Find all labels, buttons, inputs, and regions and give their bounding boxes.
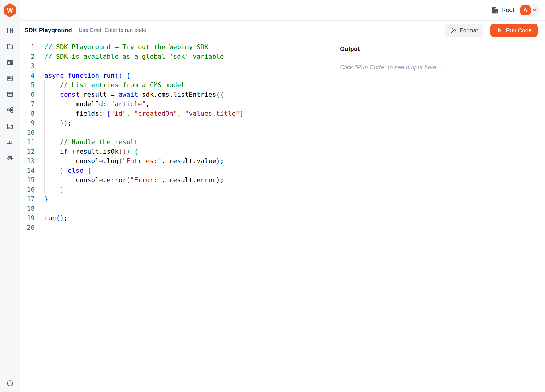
- code-line-content: // SDK is available as a global 'sdk' va…: [44, 52, 224, 62]
- code-line-content: // List entries from a CMS model: [44, 80, 185, 90]
- code-line-content: modelId: "article",: [44, 99, 150, 109]
- building-icon: [6, 123, 14, 130]
- indent-guide: [44, 109, 45, 119]
- line-number: 4: [20, 71, 35, 81]
- tenant-switcher[interactable]: Root: [491, 6, 514, 14]
- sidebar-item-page-builder[interactable]: [6, 59, 14, 66]
- code-line[interactable]: 8 fields: ["id", "createdOn", "values.ti…: [20, 109, 334, 119]
- output-placeholder: Click "Run Code" to see output here...: [334, 58, 545, 77]
- indent-guide: [60, 175, 60, 185]
- code-line-content: // Handle the result: [44, 137, 138, 147]
- tenant-label: Root: [502, 7, 514, 14]
- browser-panel-icon: [6, 59, 14, 66]
- code-line-content: if (result.isOk()) {: [44, 147, 138, 156]
- folder-icon: [6, 43, 14, 50]
- indent-guide: [44, 137, 45, 147]
- code-line-content: }: [44, 194, 48, 204]
- play-icon: [496, 27, 503, 33]
- indent-guide: [60, 99, 60, 109]
- code-line[interactable]: 16 }: [20, 185, 334, 194]
- code-line[interactable]: 15 console.error("Error:", result.error)…: [20, 175, 334, 185]
- code-line[interactable]: 18: [20, 204, 334, 213]
- code-line[interactable]: 4async function run() {: [20, 71, 334, 81]
- avatar-initial: A: [523, 7, 528, 14]
- line-number: 13: [20, 156, 35, 166]
- line-number: 6: [20, 90, 35, 100]
- page-header: SDK Playground Use Cmd+Enter to run code…: [20, 21, 545, 40]
- indent-guide: [44, 166, 45, 175]
- line-number: 12: [20, 147, 35, 156]
- sidebar: W: [0, 0, 20, 392]
- indent-guide: [44, 118, 45, 128]
- sidebar-footer-divider: [2, 375, 17, 375]
- code-line-content: fields: ["id", "createdOn", "values.titl…: [44, 109, 243, 119]
- layout-panels-icon: [6, 27, 14, 34]
- sidebar-item-settings[interactable]: [6, 155, 14, 162]
- chevron-down-icon: [533, 9, 537, 11]
- form-icon: [6, 75, 14, 82]
- code-line[interactable]: 17}: [20, 194, 334, 204]
- sidebar-footer: [0, 375, 20, 392]
- sidebar-item-form-builder[interactable]: [6, 75, 14, 82]
- line-number: 8: [20, 109, 35, 119]
- code-line-content: async function run() {: [44, 71, 130, 81]
- avatar: A: [520, 5, 531, 15]
- line-number: 1: [20, 42, 35, 52]
- code-line[interactable]: 7 modelId: "article",: [20, 99, 334, 109]
- code-line[interactable]: 13 console.log("Entries:", result.value)…: [20, 156, 334, 166]
- code-line[interactable]: 10: [20, 128, 334, 138]
- output-title: Output: [340, 46, 360, 52]
- indent-guide: [44, 99, 45, 109]
- indent-guide: [44, 90, 45, 100]
- code-line[interactable]: 19run();: [20, 213, 334, 223]
- code-line[interactable]: 5 // List entries from a CMS model: [20, 80, 334, 90]
- line-number: 9: [20, 118, 35, 128]
- line-number: 16: [20, 185, 35, 194]
- code-line-content: const result = await sdk.cms.listEntries…: [44, 90, 224, 100]
- indent-guide: [44, 185, 45, 194]
- code-line-content: });: [44, 118, 72, 128]
- line-number: 17: [20, 194, 35, 204]
- sidebar-item-info[interactable]: [6, 380, 14, 387]
- line-number: 15: [20, 175, 35, 185]
- code-line[interactable]: 11 // Handle the result: [20, 137, 334, 147]
- sidebar-item-file-manager[interactable]: [6, 43, 14, 50]
- code-line-content: console.log("Entries:", result.value);: [44, 156, 224, 166]
- code-line[interactable]: 3: [20, 61, 334, 71]
- line-number: 7: [20, 99, 35, 109]
- code-editor[interactable]: 1// SDK Playground — Try out the Webiny …: [20, 40, 334, 392]
- sidebar-item-workflows[interactable]: [6, 107, 14, 114]
- line-number: 5: [20, 80, 35, 90]
- main-column: Root A SDK Playground Use Cmd+Enter to r…: [20, 0, 545, 392]
- sidebar-item-audit-logs[interactable]: [6, 139, 14, 146]
- run-code-button-label: Run Code: [506, 27, 532, 34]
- output-panel-header: Output: [334, 40, 545, 58]
- building-icon: [491, 6, 499, 14]
- code-line[interactable]: 12 if (result.isOk()) {: [20, 147, 334, 156]
- indent-guide: [44, 156, 45, 166]
- line-number: 20: [20, 223, 35, 232]
- code-line[interactable]: 1// SDK Playground — Try out the Webiny …: [20, 42, 334, 52]
- webiny-logo[interactable]: W: [4, 3, 16, 17]
- code-line[interactable]: 20: [20, 223, 334, 232]
- code-line[interactable]: 14 } else {: [20, 166, 334, 175]
- account-menu[interactable]: A: [519, 4, 540, 17]
- sidebar-item-headless-cms[interactable]: [6, 91, 14, 98]
- network-icon: [6, 107, 14, 114]
- page-title: SDK Playground: [24, 27, 72, 34]
- code-line[interactable]: 2// SDK is available as a global 'sdk' v…: [20, 52, 334, 62]
- page-hint: Use Cmd+Enter to run code: [79, 27, 146, 33]
- line-number: 2: [20, 52, 35, 62]
- sidebar-item-tenant-manager[interactable]: [6, 123, 14, 130]
- line-number: 11: [20, 137, 35, 147]
- format-button[interactable]: Format: [445, 24, 483, 37]
- code-line-content: } else {: [44, 166, 91, 175]
- output-panel: Output Click "Run Code" to see output he…: [334, 40, 545, 392]
- sidebar-nav: [6, 27, 14, 162]
- table-icon: [6, 91, 14, 98]
- code-line[interactable]: 9 });: [20, 118, 334, 128]
- code-line-content: console.error("Error:", result.error);: [44, 175, 224, 185]
- code-line[interactable]: 6 const result = await sdk.cms.listEntri…: [20, 90, 334, 100]
- run-code-button[interactable]: Run Code: [490, 24, 538, 37]
- sidebar-item-dashboard[interactable]: [6, 27, 14, 34]
